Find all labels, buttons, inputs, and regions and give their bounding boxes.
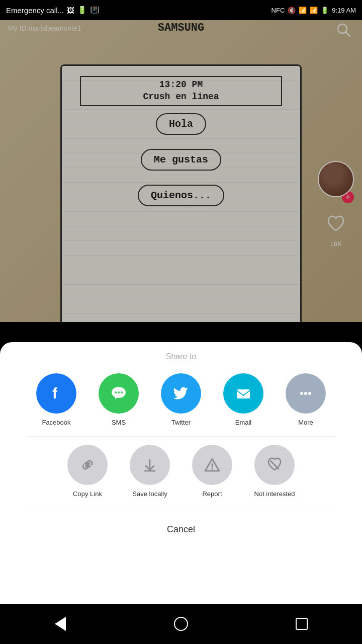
time-display: 9:19 AM	[332, 7, 356, 14]
wifi-icon: 📶	[299, 7, 307, 14]
status-bar: Emergency call... 🖼 🔋 📳 NFC 🔇 📶 📶 🔋 9:19…	[0, 0, 362, 20]
facebook-button[interactable]: f	[36, 373, 76, 414]
status-bar-right: NFC 🔇 📶 📶 🔋 9:19 AM	[272, 7, 356, 14]
share-title: Share to	[10, 352, 352, 361]
share-item-copy-link[interactable]: Copy Link	[62, 445, 113, 498]
email-button[interactable]	[223, 373, 263, 414]
sim-icon: 📶	[310, 7, 318, 14]
svg-point-14	[212, 468, 213, 470]
nfc-icon: NFC	[272, 7, 285, 14]
email-label: Email	[235, 419, 252, 426]
photo-icon: 🖼	[67, 6, 74, 15]
share-item-save-locally[interactable]: Save locally	[125, 445, 175, 498]
share-item-twitter[interactable]: Twitter	[156, 373, 206, 426]
share-row-1: f Facebook SMS	[10, 373, 352, 426]
sms-label: SMS	[112, 419, 126, 426]
bottom-navigation	[0, 604, 362, 644]
notification-icon: 📳	[90, 6, 100, 15]
share-panel: Share to f Facebook SMS	[0, 342, 362, 604]
cancel-button[interactable]: Cancel	[10, 516, 352, 543]
more-button[interactable]	[286, 373, 326, 414]
recents-icon	[296, 618, 308, 630]
svg-text:f: f	[52, 385, 58, 401]
svg-point-9	[300, 392, 303, 395]
share-item-sms[interactable]: SMS	[94, 373, 144, 426]
home-button[interactable]	[171, 614, 191, 634]
copy-link-button[interactable]	[67, 445, 108, 485]
dim-overlay	[0, 0, 362, 322]
report-button[interactable]	[192, 445, 232, 485]
home-icon	[174, 617, 188, 631]
twitter-button[interactable]	[161, 373, 201, 414]
share-item-more[interactable]: More	[281, 373, 331, 426]
share-item-not-interested[interactable]: Not interested	[249, 445, 300, 498]
not-interested-button[interactable]	[254, 445, 295, 485]
battery-icon: 🔋	[321, 7, 329, 14]
share-row-2: Copy Link Save locally Repor	[10, 445, 352, 498]
svg-point-5	[115, 391, 117, 393]
emergency-call-text: Emergency call...	[6, 6, 64, 15]
share-item-report[interactable]: Report	[187, 445, 237, 498]
battery-charge-icon: 🔋	[77, 6, 87, 15]
twitter-label: Twitter	[171, 419, 191, 426]
status-bar-left: Emergency call... 🖼 🔋 📳	[6, 6, 100, 15]
back-button[interactable]	[50, 614, 70, 634]
mute-icon: 🔇	[288, 7, 296, 14]
not-interested-label: Not interested	[254, 490, 295, 498]
facebook-label: Facebook	[42, 419, 70, 426]
back-icon	[55, 617, 66, 631]
share-item-facebook[interactable]: f Facebook	[31, 373, 81, 426]
row-divider	[27, 436, 335, 437]
svg-rect-8	[237, 389, 250, 398]
cancel-divider	[27, 508, 335, 508]
svg-point-7	[121, 391, 123, 393]
save-locally-button[interactable]	[130, 445, 170, 485]
report-label: Report	[202, 490, 222, 498]
svg-point-10	[304, 392, 307, 395]
sms-button[interactable]	[99, 373, 139, 414]
svg-point-6	[118, 391, 120, 393]
share-item-email[interactable]: Email	[218, 373, 268, 426]
copy-link-label: Copy Link	[73, 490, 102, 498]
more-label: More	[298, 419, 313, 426]
svg-point-11	[308, 392, 311, 395]
recents-button[interactable]	[292, 614, 312, 634]
save-locally-label: Save locally	[132, 490, 167, 498]
